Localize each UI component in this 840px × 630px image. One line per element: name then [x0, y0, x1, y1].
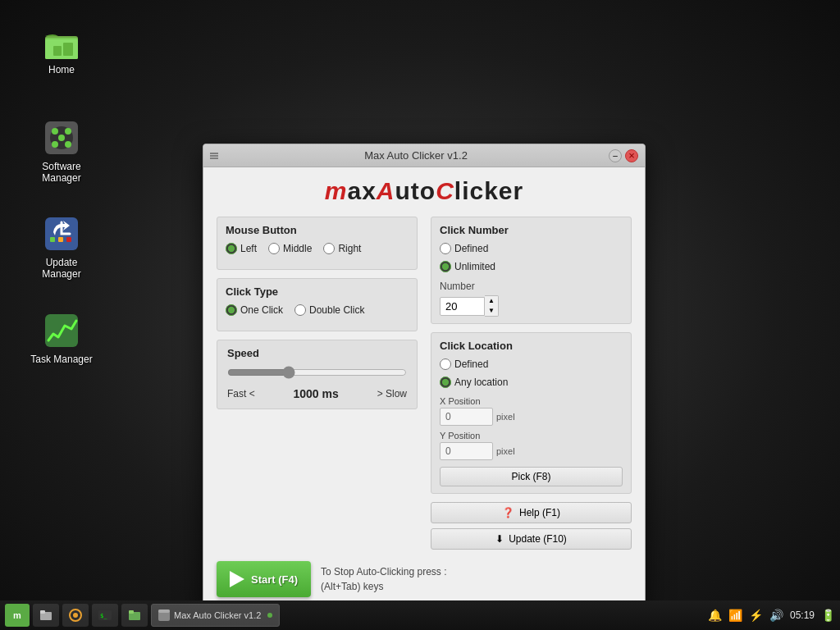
- mint-logo-icon: m: [10, 608, 25, 623]
- window-menu-icon[interactable]: [210, 149, 223, 162]
- home-folder-icon: [42, 21, 81, 61]
- speed-slider[interactable]: [227, 366, 407, 379]
- radio-any-location[interactable]: Any location: [440, 377, 623, 388]
- taskbar-app-button[interactable]: Max Auto Clicker v1.2: [151, 604, 280, 627]
- svg-point-9: [52, 141, 58, 148]
- radio-double-click[interactable]: Double Click: [294, 304, 364, 316]
- spin-up-button[interactable]: ▲: [485, 296, 498, 306]
- svg-point-10: [65, 141, 71, 148]
- svg-rect-13: [50, 237, 55, 242]
- radio-defined-loc[interactable]: Defined: [440, 358, 623, 370]
- stop-info-line1: To Stop Auto-Clicking press :: [321, 564, 446, 579]
- taskbar-terminal-button[interactable]: $_: [92, 604, 118, 627]
- svg-text:$_: $_: [100, 613, 107, 619]
- slider-container: [227, 366, 407, 382]
- svg-point-11: [58, 135, 65, 141]
- update-icon-label: Update Manager: [30, 257, 94, 280]
- taskbar-files-button[interactable]: [33, 604, 59, 627]
- spin-down-button[interactable]: ▼: [485, 306, 498, 316]
- radio-unlimited-input[interactable]: [440, 261, 451, 272]
- svg-point-25: [73, 613, 78, 618]
- app-logo: maxAutoClicker: [325, 177, 523, 204]
- software-manager-icon: [42, 118, 81, 158]
- start-menu-button[interactable]: m: [5, 604, 30, 627]
- title-bar: Max Auto Clicker v1.2 –: [203, 144, 645, 167]
- close-button[interactable]: [625, 149, 638, 162]
- notifications-icon[interactable]: 🔔: [708, 609, 722, 622]
- help-icon: ❓: [502, 507, 514, 518]
- svg-rect-29: [129, 610, 134, 614]
- software-icon-label: Software Manager: [30, 161, 94, 184]
- terminal-icon: $_: [98, 610, 112, 620]
- update-icon: ⬇: [495, 533, 504, 545]
- taskbar-browser-button[interactable]: [62, 604, 89, 627]
- radio-defined-number-input[interactable]: [440, 243, 451, 254]
- desktop-icon-home[interactable]: Home: [25, 16, 98, 80]
- radio-left[interactable]: Left: [226, 243, 257, 254]
- desktop-icon-task[interactable]: Task Manager: [25, 306, 98, 370]
- click-type-group: One Click Double Click: [226, 304, 409, 316]
- right-column: Click Number Defined Unlimited Number: [431, 217, 632, 550]
- click-number-section: Click Number Defined Unlimited Number: [431, 217, 632, 324]
- x-position-input[interactable]: [440, 408, 493, 426]
- y-position-row: pixel: [440, 442, 623, 460]
- volume-icon[interactable]: 🔊: [769, 609, 783, 622]
- start-button[interactable]: Start (F4): [217, 561, 311, 597]
- desktop-icon-update[interactable]: Update Manager: [25, 209, 98, 285]
- desktop-icon-software[interactable]: Software Manager: [25, 113, 98, 189]
- radio-middle[interactable]: Middle: [268, 243, 312, 254]
- radio-double-click-input[interactable]: [294, 304, 306, 316]
- click-number-group: Defined Unlimited: [440, 243, 623, 272]
- pick-button[interactable]: Pick (F8): [440, 467, 623, 486]
- radio-right-input[interactable]: [323, 243, 335, 254]
- wifi-icon[interactable]: 📶: [728, 609, 742, 622]
- svg-rect-31: [158, 609, 170, 613]
- number-spinners: ▲ ▼: [485, 295, 499, 317]
- update-button-label: Update (F10): [509, 533, 567, 545]
- battery-icon[interactable]: 🔋: [821, 609, 835, 622]
- svg-rect-3: [53, 46, 62, 56]
- clock: 05:19: [790, 609, 815, 621]
- bottom-area: Start (F4) To Stop Auto-Clicking press :…: [217, 561, 632, 597]
- speed-section: Speed Fast < 1000 ms > Slow: [217, 340, 418, 409]
- number-input-area: Number ▲ ▼: [440, 281, 623, 317]
- update-manager-icon: [42, 214, 81, 253]
- help-button-label: Help (F1): [519, 507, 560, 518]
- click-location-label: Click Location: [440, 340, 623, 352]
- radio-right[interactable]: Right: [323, 243, 361, 254]
- x-position-row: pixel: [440, 408, 623, 426]
- click-type-section: Click Type One Click Double Click: [217, 278, 418, 331]
- power-icon[interactable]: ⚡: [749, 609, 763, 622]
- app-content: maxAutoClicker Mouse Button Left: [203, 167, 645, 610]
- taskbar-tray: 🔔 📶 ⚡ 🔊 05:19 🔋: [708, 609, 835, 622]
- speed-fast-label: Fast <: [227, 388, 255, 399]
- svg-text:m: m: [13, 610, 21, 620]
- radio-defined-number[interactable]: Defined: [440, 243, 623, 254]
- mouse-button-label: Mouse Button: [226, 224, 409, 236]
- speed-slow-label: > Slow: [377, 388, 407, 399]
- taskbar-app-label: Max Auto Clicker v1.2: [174, 610, 261, 620]
- radio-one-click-input[interactable]: [226, 304, 237, 316]
- update-button[interactable]: ⬇ Update (F10): [431, 528, 632, 550]
- window-title: Max Auto Clicker v1.2: [364, 149, 468, 162]
- svg-rect-14: [58, 237, 63, 242]
- y-position-input[interactable]: [440, 442, 493, 460]
- radio-defined-loc-input[interactable]: [440, 358, 451, 370]
- help-button[interactable]: ❓ Help (F1): [431, 502, 632, 523]
- radio-one-click[interactable]: One Click: [226, 304, 283, 316]
- svg-rect-23: [40, 610, 45, 614]
- minimize-button[interactable]: –: [609, 149, 622, 162]
- taskbar-folder-button[interactable]: [121, 604, 148, 627]
- radio-unlimited[interactable]: Unlimited: [440, 261, 623, 272]
- position-inputs: X Position pixel Y Position pixel Pick (…: [440, 396, 623, 486]
- home-icon-label: Home: [48, 64, 75, 75]
- radio-middle-input[interactable]: [268, 243, 280, 254]
- start-button-label: Start (F4): [251, 573, 298, 586]
- number-label: Number: [440, 281, 623, 292]
- radio-any-location-input[interactable]: [440, 377, 451, 388]
- y-unit: pixel: [496, 446, 515, 456]
- radio-left-input[interactable]: [226, 243, 237, 254]
- mouse-button-section: Mouse Button Left Middle Right: [217, 217, 418, 270]
- right-buttons: ❓ Help (F1) ⬇ Update (F10): [431, 502, 632, 550]
- number-input[interactable]: [440, 297, 485, 316]
